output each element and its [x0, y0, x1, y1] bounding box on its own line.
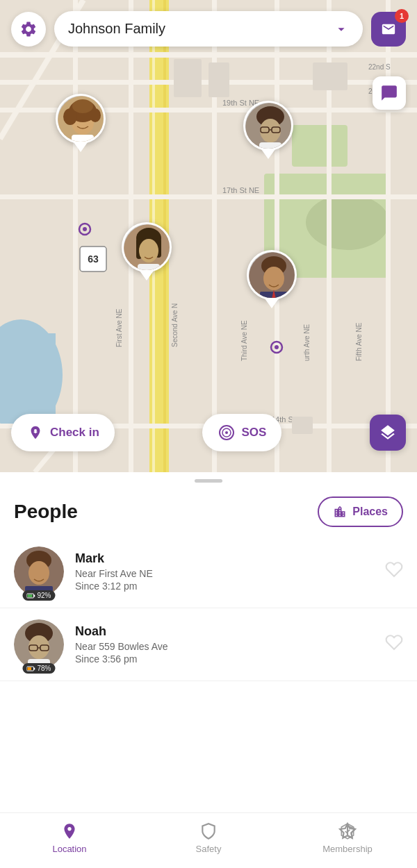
settings-button[interactable]	[11, 12, 46, 47]
avatar-pin-man1[interactable]	[243, 101, 293, 159]
svg-text:Fifth Ave NE: Fifth Ave NE	[355, 322, 363, 361]
svg-text:17th St NE: 17th St NE	[222, 186, 259, 194]
family-name: Johnson Family	[68, 21, 165, 37]
places-button[interactable]: Places	[318, 496, 403, 527]
svg-rect-17	[275, 0, 279, 472]
mail-button[interactable]: 1	[371, 12, 406, 47]
sos-button[interactable]: SOS	[202, 414, 281, 451]
checkin-icon	[26, 424, 44, 442]
svg-text:63: 63	[88, 253, 99, 265]
safety-nav-icon	[199, 821, 218, 841]
checkin-button[interactable]: Check in	[11, 414, 115, 451]
svg-rect-79	[27, 594, 32, 597]
sos-label: SOS	[241, 426, 266, 440]
people-title: People	[14, 501, 78, 523]
membership-nav-icon	[338, 821, 357, 841]
mark-location: Near First Ave NE	[75, 568, 374, 579]
layers-button[interactable]	[370, 415, 406, 451]
mark-avatar-wrap: 92%	[14, 546, 64, 596]
location-nav-icon	[60, 821, 79, 841]
bottom-nav: Location Safety Membership	[0, 812, 417, 868]
person-glasses-face	[245, 103, 293, 151]
svg-rect-12	[0, 194, 417, 199]
map-view[interactable]: 19th St NE 17th St NE 14th St NE 22nd S …	[0, 0, 417, 472]
chat-icon	[380, 84, 398, 102]
sos-icon	[218, 424, 236, 442]
pin-tail	[265, 299, 279, 308]
noah-avatar-wrap: 78%	[14, 619, 64, 669]
places-icon	[333, 505, 347, 519]
noah-location: Near 559 Bowles Ave	[75, 641, 374, 652]
heart-icon	[385, 633, 403, 651]
map-bottom-controls: Check in SOS	[0, 414, 417, 451]
svg-rect-14	[73, 0, 78, 472]
layers-icon	[379, 424, 397, 442]
person-curly-face	[58, 96, 106, 144]
svg-rect-42	[313, 62, 348, 90]
svg-text:Third Ave NE: Third Ave NE	[240, 320, 248, 361]
mark-avatar	[14, 546, 64, 596]
mark-info: Mark Near First Ave NE Since 3:12 pm	[75, 551, 374, 592]
svg-rect-90	[34, 667, 35, 669]
svg-text:urth Ave NE: urth Ave NE	[303, 324, 311, 361]
noah-avatar	[14, 619, 64, 669]
svg-rect-19	[386, 0, 391, 472]
avatar-pin-girl2[interactable]	[122, 222, 172, 281]
safety-nav-label: Safety	[196, 844, 222, 854]
chevron-down-icon	[334, 22, 349, 37]
noah-battery: 78%	[22, 663, 55, 674]
person-item-noah[interactable]: 78% Noah Near 559 Bowles Ave Since 3:56 …	[0, 608, 417, 681]
location-nav-label: Location	[52, 844, 86, 854]
noah-time: Since 3:56 pm	[75, 653, 374, 665]
bottom-sheet: People Places	[0, 483, 417, 737]
svg-rect-40	[174, 59, 202, 97]
svg-point-73	[225, 431, 228, 434]
membership-nav-label: Membership	[322, 844, 373, 854]
svg-rect-5	[0, 333, 56, 417]
chat-button[interactable]	[373, 76, 406, 110]
pin-tail	[261, 149, 275, 159]
pin-tail	[140, 271, 154, 281]
mark-battery: 92%	[22, 590, 55, 601]
nav-safety[interactable]: Safety	[139, 821, 278, 854]
nav-membership[interactable]: Membership	[278, 821, 417, 854]
avatar-pin-man2[interactable]	[247, 250, 297, 308]
svg-text:Second Ave N: Second Ave N	[171, 303, 179, 347]
mail-badge: 1	[395, 9, 409, 23]
map-background: 19th St NE 17th St NE 14th St NE 22nd S …	[0, 0, 417, 472]
svg-text:22nd S: 22nd S	[368, 63, 391, 71]
noah-info: Noah Near 559 Bowles Ave Since 3:56 pm	[75, 624, 374, 665]
svg-point-83	[28, 635, 49, 659]
svg-point-37	[83, 227, 87, 231]
noah-favorite[interactable]	[385, 633, 403, 656]
heart-icon	[385, 560, 403, 578]
pin-tail	[74, 142, 88, 152]
svg-point-39	[275, 345, 279, 349]
svg-point-59	[263, 135, 277, 142]
svg-rect-2	[292, 125, 348, 167]
person-item-mark[interactable]: 92% Mark Near First Ave NE Since 3:12 pm	[0, 535, 417, 608]
person-mark-face	[249, 252, 297, 300]
person-girl2-face	[124, 224, 172, 272]
mark-name: Mark	[75, 551, 374, 566]
avatar-pin-girl1[interactable]	[56, 94, 106, 152]
people-header: People Places	[0, 483, 417, 535]
svg-point-3	[306, 194, 389, 250]
noah-name: Noah	[75, 624, 374, 639]
places-label: Places	[352, 506, 388, 518]
nav-location[interactable]: Location	[0, 821, 139, 854]
checkin-label: Check in	[50, 426, 99, 440]
svg-point-49	[90, 108, 101, 122]
mail-icon	[379, 22, 398, 37]
svg-rect-41	[208, 62, 229, 97]
svg-point-50	[72, 99, 93, 113]
family-selector[interactable]: Johnson Family	[54, 11, 363, 47]
svg-text:First Ave NE: First Ave NE	[115, 308, 123, 347]
mark-favorite[interactable]	[385, 560, 403, 583]
svg-rect-89	[27, 667, 31, 670]
mark-time: Since 3:12 pm	[75, 581, 374, 592]
gear-icon	[19, 20, 38, 38]
svg-rect-80	[34, 594, 35, 596]
